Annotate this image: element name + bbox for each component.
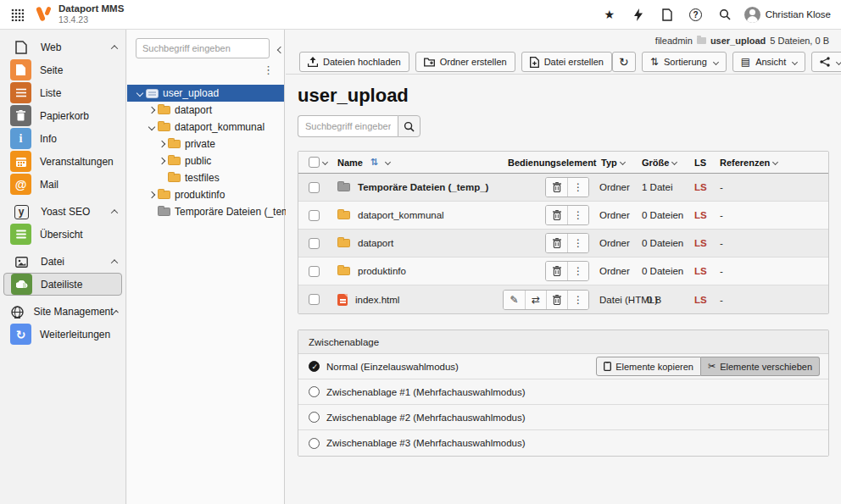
delete-button[interactable] <box>546 206 567 224</box>
share-dropdown[interactable] <box>811 52 841 72</box>
filelist-search-button[interactable] <box>398 115 420 137</box>
clipboard-mode-3[interactable]: Zwischenablage #3 (Mehrfachauswahlmodus) <box>298 430 828 456</box>
module-section-web[interactable]: Web <box>0 36 125 58</box>
module-section-datei[interactable]: Datei <box>0 251 125 273</box>
chevron-down-icon[interactable] <box>322 159 328 165</box>
top-bar: Dataport MMS 13.4.23 ★ ? Christian Klose <box>0 0 841 30</box>
module-item-mail[interactable]: @ Mail <box>0 173 125 196</box>
help-icon[interactable]: ? <box>683 3 709 26</box>
tree-node-dataport[interactable]: dataport <box>127 102 284 119</box>
module-item-seite[interactable]: Seite <box>0 58 125 81</box>
chevron-down-icon[interactable] <box>385 159 391 165</box>
copy-elements-button[interactable]: Elemente kopieren <box>596 357 701 376</box>
column-header-name[interactable]: Name <box>337 158 363 168</box>
user-menu[interactable]: Christian Klose <box>741 7 831 23</box>
file-name[interactable]: dataport <box>358 238 393 248</box>
clipboard-mode-2[interactable]: Zwischenablage #2 (Mehrfachauswahlmodus) <box>298 405 828 430</box>
chevron-down-icon[interactable] <box>146 125 158 130</box>
tree-node-user-upload[interactable]: user_upload <box>127 85 284 102</box>
chevron-right-icon[interactable] <box>156 158 168 163</box>
delete-button[interactable] <box>546 262 567 280</box>
clipboard-mode-1[interactable]: Zwischenablage #1 (Mehrfachauswahlmodus) <box>298 379 828 405</box>
clipboard-mode-normal[interactable]: Normal (Einzelauswahlmodus) Elemente kop… <box>298 354 828 379</box>
table-row[interactable]: dataport_kommunal ⋮ Ordner 0 Dateien LS … <box>298 202 828 230</box>
module-section-site-management[interactable]: Site Management <box>0 301 125 323</box>
move-elements-button[interactable]: ✂ Elemente verschieben <box>701 357 820 376</box>
radio-icon[interactable] <box>309 386 320 397</box>
file-name[interactable]: produktinfo <box>358 266 406 276</box>
chevron-down-icon[interactable] <box>772 159 778 165</box>
ls-link[interactable]: LS <box>694 182 720 192</box>
row-checkbox[interactable] <box>309 266 320 277</box>
radio-icon[interactable] <box>309 412 320 423</box>
row-checkbox[interactable] <box>309 210 320 221</box>
delete-button[interactable] <box>546 178 567 197</box>
chevron-right-icon[interactable] <box>146 192 158 197</box>
more-options-kebab-icon[interactable]: ⋮ <box>567 178 588 197</box>
module-item-uebersicht[interactable]: Übersicht <box>0 223 125 246</box>
delete-button[interactable] <box>546 234 567 252</box>
file-name[interactable]: index.html <box>355 295 399 305</box>
app-launcher-grid-icon[interactable] <box>0 8 34 21</box>
view-dropdown[interactable]: ▤ Ansicht <box>732 52 805 72</box>
ls-link[interactable]: LS <box>694 266 720 276</box>
more-options-kebab-icon[interactable]: ⋮ <box>567 291 588 309</box>
table-row[interactable]: Temporäre Dateien (_temp_) ⋮ Ordner 1 Da… <box>298 174 828 202</box>
create-file-button[interactable]: Datei erstellen <box>521 52 612 72</box>
bookmark-star-icon[interactable]: ★ <box>597 3 622 26</box>
more-options-kebab-icon[interactable]: ⋮ <box>567 206 588 224</box>
chevron-right-icon[interactable] <box>146 108 158 113</box>
chevron-down-icon[interactable] <box>620 159 626 165</box>
select-all-checkbox[interactable] <box>309 157 320 168</box>
tree-node-testfiles[interactable]: testfiles <box>127 169 284 186</box>
document-icon[interactable] <box>654 3 680 26</box>
ls-link[interactable]: LS <box>694 238 720 248</box>
table-row[interactable]: produktinfo ⋮ Ordner 0 Dateien LS - <box>298 258 828 285</box>
radio-checked-icon[interactable] <box>309 361 320 372</box>
refresh-button[interactable]: ↻ <box>612 52 636 72</box>
chevron-down-icon[interactable] <box>671 159 677 165</box>
sorting-dropdown[interactable]: ⇅ Sortierung <box>642 52 727 72</box>
file-name[interactable]: dataport_kommunal <box>358 210 444 220</box>
module-item-weiterleitungen[interactable]: ↻ Weiterleitungen <box>0 323 125 346</box>
module-item-papierkorb[interactable]: Papierkorb <box>0 104 125 127</box>
tree-node-public[interactable]: public <box>127 152 284 169</box>
row-checkbox[interactable] <box>309 294 320 305</box>
more-options-kebab-icon[interactable]: ⋮ <box>567 262 588 280</box>
column-header-refs[interactable]: Referenzen <box>720 158 770 168</box>
table-row[interactable]: dataport ⋮ Ordner 0 Dateien LS - <box>298 230 828 258</box>
column-header-size[interactable]: Größe <box>642 158 669 168</box>
module-item-dateiliste[interactable]: Dateiliste <box>3 273 122 296</box>
chevron-right-icon[interactable] <box>156 141 168 147</box>
edit-pencil-icon[interactable]: ✎ <box>504 291 525 309</box>
upload-files-button[interactable]: Dateien hochladen <box>299 52 409 72</box>
ls-link[interactable]: LS <box>694 295 720 305</box>
delete-button[interactable] <box>546 291 567 309</box>
tree-search-input[interactable] <box>136 38 270 58</box>
chevron-down-icon[interactable] <box>134 91 146 96</box>
tree-node-private[interactable]: private <box>127 136 284 152</box>
table-row[interactable]: index.html ✎ ⇄ ⋮ Datei (HTML) 0 B LS - <box>298 285 828 313</box>
tree-node-temp[interactable]: Temporäre Dateien (_temp_) <box>127 203 284 220</box>
collapse-tree-icon[interactable] <box>275 39 287 58</box>
search-icon[interactable] <box>712 3 738 26</box>
row-checkbox[interactable] <box>309 238 320 249</box>
row-checkbox[interactable] <box>309 182 320 193</box>
module-item-info[interactable]: i Info <box>0 127 125 150</box>
create-folder-button[interactable]: Ordner erstellen <box>415 52 515 72</box>
brand-logo[interactable]: Dataport MMS 13.4.23 <box>34 3 124 25</box>
tree-menu-kebab-icon[interactable]: ⋮ <box>263 64 274 76</box>
module-item-liste[interactable]: Liste <box>0 81 125 104</box>
flush-cache-bolt-icon[interactable] <box>626 3 651 26</box>
module-item-veranstaltungen[interactable]: Veranstaltungen <box>0 150 125 173</box>
tree-node-dataport-kommunal[interactable]: dataport_kommunal <box>127 119 284 136</box>
filelist-search-input[interactable] <box>298 115 398 137</box>
replace-file-icon[interactable]: ⇄ <box>525 291 546 309</box>
radio-icon[interactable] <box>309 438 320 449</box>
more-options-kebab-icon[interactable]: ⋮ <box>567 234 588 252</box>
module-section-yoast[interactable]: y Yoast SEO <box>0 201 125 223</box>
file-name[interactable]: Temporäre Dateien (_temp_) <box>358 182 488 192</box>
ls-link[interactable]: LS <box>694 210 720 220</box>
column-header-type[interactable]: Typ <box>601 158 617 168</box>
tree-node-produktinfo[interactable]: produktinfo <box>127 186 284 203</box>
